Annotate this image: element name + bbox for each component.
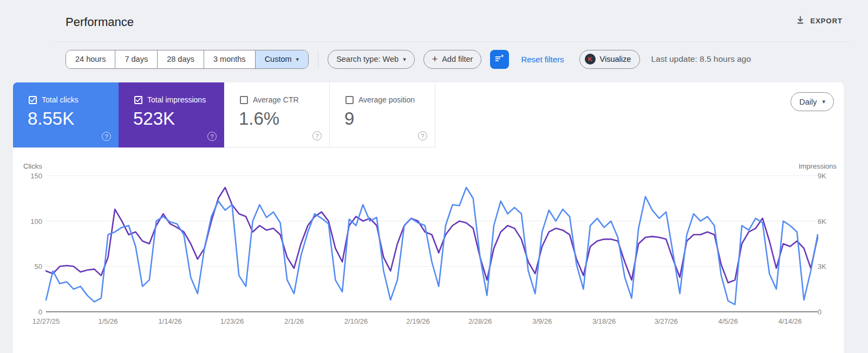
left-tick: 150 bbox=[13, 172, 42, 180]
add-filter-button[interactable]: + Add filter bbox=[423, 50, 482, 69]
left-tick: 0 bbox=[13, 308, 42, 316]
filter-divider bbox=[318, 51, 318, 67]
date-range-custom[interactable]: Custom ▾ bbox=[256, 50, 309, 68]
metric-average-position[interactable]: Average position 9 ? bbox=[330, 82, 435, 147]
checkbox-checked-icon[interactable] bbox=[29, 96, 37, 104]
total-clicks-value: 8.55K bbox=[28, 108, 74, 129]
date-range-group: 24 hours 7 days 28 days 3 months Custom … bbox=[66, 50, 309, 69]
reset-filters-link[interactable]: Reset filters bbox=[521, 55, 564, 64]
plus-icon: + bbox=[432, 54, 438, 64]
last-update-text: Last update: 8.5 hours ago bbox=[651, 54, 750, 64]
left-axis-title: Clicks bbox=[23, 162, 42, 170]
checkbox-unchecked-icon[interactable] bbox=[240, 96, 248, 104]
total-impressions-value: 523K bbox=[133, 108, 175, 129]
chevron-down-icon: ▾ bbox=[822, 99, 825, 105]
help-icon[interactable]: ? bbox=[418, 131, 427, 140]
x-tick-label: 2/28/26 bbox=[468, 317, 492, 325]
x-tick-label: 4/5/26 bbox=[719, 317, 738, 325]
chevron-down-icon: ▾ bbox=[296, 56, 299, 62]
average-ctr-value: 1.6% bbox=[239, 108, 279, 129]
search-type-dropdown[interactable]: Search type: Web ▾ bbox=[328, 50, 415, 69]
x-tick-label: 2/1/26 bbox=[284, 317, 304, 325]
date-range-24-hours[interactable]: 24 hours bbox=[66, 50, 115, 68]
left-tick: 50 bbox=[13, 262, 42, 271]
header-divider bbox=[54, 42, 850, 42]
x-tick-label: 1/23/26 bbox=[220, 317, 244, 325]
x-tick-label: 3/18/26 bbox=[592, 317, 616, 325]
granularity-dropdown[interactable]: Daily ▾ bbox=[791, 92, 834, 111]
average-position-value: 9 bbox=[344, 108, 354, 129]
x-tick-label: 3/27/26 bbox=[654, 317, 677, 325]
help-icon[interactable]: ? bbox=[207, 132, 217, 141]
filter-bar: 24 hours 7 days 28 days 3 months Custom … bbox=[66, 49, 857, 69]
right-tick: 6K bbox=[818, 217, 839, 226]
metric-row: Total clicks 8.55K ? Total impressions 5… bbox=[13, 82, 844, 147]
series-total-clicks bbox=[46, 188, 818, 305]
right-tick: 0 bbox=[818, 308, 839, 316]
visualize-button[interactable]: K Visualize bbox=[579, 50, 641, 69]
help-icon[interactable]: ? bbox=[102, 132, 111, 141]
date-range-7-days[interactable]: 7 days bbox=[115, 50, 158, 68]
right-tick: 3K bbox=[818, 262, 839, 271]
left-tick: 100 bbox=[13, 217, 42, 226]
x-tick-label: 2/19/26 bbox=[406, 317, 429, 325]
date-range-28-days[interactable]: 28 days bbox=[158, 50, 204, 68]
x-tick-label: 2/10/26 bbox=[344, 317, 368, 325]
performance-line-chart[interactable] bbox=[46, 176, 818, 312]
performance-card: Total clicks 8.55K ? Total impressions 5… bbox=[13, 82, 844, 353]
filter-sparkle-icon bbox=[494, 53, 505, 66]
ai-filter-button[interactable] bbox=[490, 50, 509, 69]
export-label: EXPORT bbox=[811, 17, 843, 25]
x-tick-label: 4/14/26 bbox=[778, 317, 801, 325]
download-icon bbox=[795, 15, 805, 27]
page-title: Performance bbox=[66, 15, 134, 29]
metric-total-impressions[interactable]: Total impressions 523K ? bbox=[119, 82, 224, 147]
metric-average-ctr[interactable]: Average CTR 1.6% ? bbox=[224, 82, 330, 147]
metric-total-clicks[interactable]: Total clicks 8.55K ? bbox=[13, 82, 119, 147]
date-range-3-months[interactable]: 3 months bbox=[204, 50, 256, 68]
x-tick-label: 1/5/26 bbox=[98, 317, 118, 325]
checkbox-unchecked-icon[interactable] bbox=[345, 96, 354, 104]
help-icon[interactable]: ? bbox=[312, 131, 322, 140]
right-tick: 9K bbox=[818, 172, 839, 180]
looker-k-icon: K bbox=[585, 54, 596, 65]
chevron-down-icon: ▾ bbox=[403, 56, 406, 62]
x-tick-label: 1/14/26 bbox=[158, 317, 181, 325]
x-tick-label: 12/27/25 bbox=[32, 317, 60, 325]
series-total-impressions bbox=[46, 188, 818, 283]
checkbox-checked-icon[interactable] bbox=[134, 96, 142, 104]
export-button[interactable]: EXPORT bbox=[795, 15, 843, 27]
right-axis-title: Impressions bbox=[799, 162, 837, 170]
x-tick-label: 3/9/26 bbox=[532, 317, 552, 325]
